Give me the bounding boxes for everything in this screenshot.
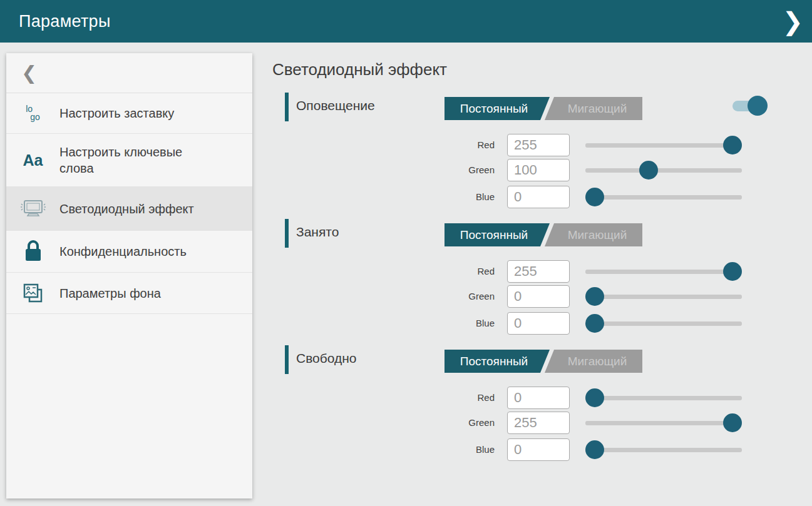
sidebar-item-label: Конфиденциальность	[59, 243, 187, 260]
blue-value-input[interactable]	[507, 186, 570, 208]
sidebar-item-label: Настроить заставку	[59, 105, 174, 121]
chevron-left-icon: ❮	[21, 62, 37, 84]
logo-icon: lo go	[6, 105, 59, 121]
channel-label: Green	[398, 412, 495, 434]
channel-row-red: Red	[272, 134, 773, 156]
blue-slider[interactable]	[585, 186, 742, 208]
mode-toggle-group: Постоянный Мигающий	[445, 223, 642, 246]
slider-track	[585, 396, 742, 400]
sidebar-back-button[interactable]: ❮	[6, 53, 252, 93]
channel-label: Blue	[398, 312, 495, 335]
switch-knob	[748, 96, 768, 116]
section-accent-bar	[285, 219, 289, 248]
main-content: Светодиодный эффект Оповещение Постоянны…	[272, 43, 812, 506]
slider-thumb[interactable]	[723, 413, 742, 432]
slider-thumb[interactable]	[585, 314, 604, 333]
red-value-input[interactable]	[507, 260, 570, 283]
page-title: Параметры	[19, 12, 111, 31]
led-display-icon	[6, 198, 59, 220]
sidebar-item-label: Настроить ключевые слова	[59, 144, 210, 176]
led-section-free: Свободно Постоянный Мигающий Red Green B…	[272, 345, 773, 467]
channel-row-green: Green	[272, 412, 773, 434]
sidebar-item-label: Параметры фона	[59, 285, 161, 301]
red-slider[interactable]	[585, 387, 742, 409]
red-slider[interactable]	[585, 134, 742, 156]
slider-track	[585, 448, 742, 452]
green-slider[interactable]	[585, 412, 742, 434]
mode-blinking-button[interactable]: Мигающий	[545, 350, 642, 373]
slider-track	[585, 195, 742, 200]
sidebar-item-privacy[interactable]: Конфиденциальность	[6, 231, 252, 273]
green-value-input[interactable]	[507, 285, 570, 308]
text-aa-icon: Aa	[6, 151, 59, 170]
mode-solid-button[interactable]: Постоянный	[445, 97, 550, 120]
section-accent-bar	[285, 345, 289, 374]
mode-toggle-group: Постоянный Мигающий	[445, 350, 642, 373]
red-slider[interactable]	[585, 260, 742, 283]
red-value-input[interactable]	[507, 134, 570, 156]
channel-row-green: Green	[272, 285, 773, 308]
slider-track	[585, 295, 742, 299]
sidebar-item-keywords[interactable]: Aa Настроить ключевые слова	[6, 134, 252, 187]
sidebar-item-led-effect[interactable]: Светодиодный эффект	[6, 187, 252, 231]
enable-switch[interactable]	[732, 99, 769, 113]
slider-track	[585, 168, 742, 173]
channel-row-blue: Blue	[272, 186, 773, 208]
channel-row-blue: Blue	[272, 312, 773, 335]
content-title: Светодиодный эффект	[272, 60, 447, 79]
slider-track	[585, 321, 742, 326]
mode-toggle-group: Постоянный Мигающий	[445, 97, 642, 120]
channel-label: Blue	[398, 186, 495, 208]
section-name: Свободно	[296, 351, 357, 366]
slider-thumb[interactable]	[585, 388, 604, 407]
sidebar: ❮ lo go Настроить заставку Aa Настроить …	[6, 53, 252, 498]
slider-thumb[interactable]	[585, 188, 604, 206]
green-slider[interactable]	[585, 285, 742, 308]
blue-slider[interactable]	[585, 312, 742, 335]
background-images-icon	[6, 281, 59, 306]
channel-row-red: Red	[272, 260, 773, 283]
chevron-right-icon[interactable]: ❯	[782, 5, 803, 38]
slider-thumb[interactable]	[723, 136, 742, 154]
lock-icon	[6, 240, 59, 263]
channel-label: Red	[398, 260, 495, 283]
mode-blinking-button[interactable]: Мигающий	[545, 97, 642, 120]
red-value-input[interactable]	[507, 387, 570, 409]
green-value-input[interactable]	[507, 412, 570, 434]
green-value-input[interactable]	[507, 159, 570, 181]
mode-solid-button[interactable]: Постоянный	[445, 350, 550, 373]
section-accent-bar	[285, 93, 289, 121]
channel-label: Red	[398, 387, 495, 409]
slider-thumb[interactable]	[639, 161, 658, 180]
slider-thumb[interactable]	[585, 440, 604, 459]
sidebar-item-splash-screen[interactable]: lo go Настроить заставку	[6, 93, 252, 134]
channel-label: Blue	[398, 438, 495, 461]
slider-track	[585, 143, 742, 148]
header-bar: Параметры ❯	[0, 0, 812, 43]
channel-label: Red	[398, 134, 495, 156]
sidebar-item-label: Светодиодный эффект	[59, 201, 194, 217]
blue-value-input[interactable]	[507, 438, 570, 461]
green-slider[interactable]	[585, 159, 742, 181]
slider-thumb[interactable]	[585, 287, 604, 306]
slider-thumb[interactable]	[723, 262, 742, 281]
channel-row-red: Red	[272, 387, 773, 409]
section-name: Занято	[296, 225, 339, 240]
led-section-busy: Занято Постоянный Мигающий Red Green Blu…	[272, 219, 773, 341]
channel-label: Green	[398, 159, 495, 181]
led-section-notification: Оповещение Постоянный Мигающий Red Green	[272, 93, 773, 215]
slider-track	[585, 270, 742, 274]
mode-solid-button[interactable]: Постоянный	[445, 223, 550, 246]
slider-track	[585, 421, 742, 425]
blue-value-input[interactable]	[507, 312, 570, 335]
channel-label: Green	[398, 285, 495, 308]
blue-slider[interactable]	[585, 438, 742, 461]
channel-row-green: Green	[272, 159, 773, 181]
channel-row-blue: Blue	[272, 438, 773, 461]
sidebar-item-background[interactable]: Параметры фона	[6, 273, 252, 314]
section-name: Оповещение	[296, 98, 375, 113]
mode-blinking-button[interactable]: Мигающий	[545, 223, 642, 246]
